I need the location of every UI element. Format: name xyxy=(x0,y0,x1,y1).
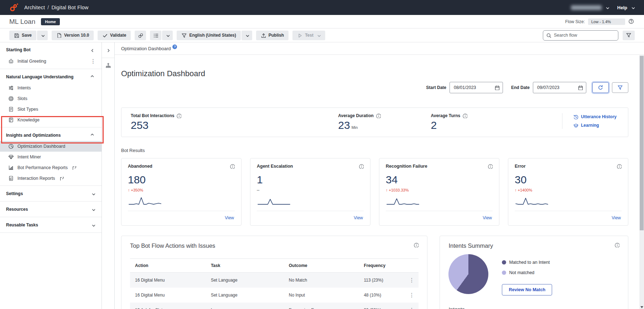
row-kebab-menu[interactable]: ⋮ xyxy=(407,292,416,298)
sidebar-item-intent-miner[interactable]: Intent Miner xyxy=(0,152,102,162)
ordered-list-dropdown-button[interactable] xyxy=(162,31,173,40)
kpi-value: 253 xyxy=(131,120,338,131)
save-dropdown-button[interactable] xyxy=(37,31,48,40)
card-error: Error 30 ↑+1400% View xyxy=(508,158,628,226)
row-kebab-menu[interactable]: ⋮ xyxy=(407,277,416,283)
sidebar-item-knowledge[interactable]: Knowledge xyxy=(0,115,102,125)
info-icon[interactable] xyxy=(414,242,419,247)
search-flow-input[interactable] xyxy=(543,30,618,41)
info-icon[interactable] xyxy=(176,113,181,118)
page-icon xyxy=(8,106,14,112)
vertical-scrollbar[interactable] xyxy=(639,54,644,309)
legend-item-not-matched: Not matched xyxy=(502,270,552,275)
start-date-input[interactable] xyxy=(453,85,485,90)
end-date-input[interactable] xyxy=(536,85,568,90)
pie-chart-icon xyxy=(8,143,14,149)
divider xyxy=(0,217,102,217)
chevron-left-icon[interactable] xyxy=(91,48,95,52)
kebab-menu-icon[interactable]: ⋮ xyxy=(90,58,96,64)
view-link[interactable]: View xyxy=(612,215,621,220)
section-starting-bot[interactable]: Starting Bot xyxy=(0,44,102,56)
sparkline-chart xyxy=(128,196,162,206)
language-selector[interactable]: English (United States) xyxy=(177,31,240,40)
expand-panel-button[interactable] xyxy=(105,47,111,54)
page-title: Optimization Dashboard xyxy=(121,69,628,78)
info-icon[interactable] xyxy=(488,164,493,169)
chevron-down-icon[interactable] xyxy=(605,5,609,10)
save-button[interactable]: Save xyxy=(9,31,36,40)
toolbar-filter-button[interactable] xyxy=(623,31,635,40)
flow-size-value: Low - 1.4% xyxy=(588,19,625,25)
sidebar-item-bot-performance-reports[interactable]: Bot Performance Reports xyxy=(0,162,102,173)
home-badge: Home xyxy=(41,18,60,25)
utterance-history-link[interactable]: Utterance History xyxy=(573,114,617,119)
calendar-icon[interactable] xyxy=(494,85,499,90)
view-link[interactable]: View xyxy=(483,215,492,220)
section-settings[interactable]: Settings xyxy=(0,188,102,199)
chevron-down-icon[interactable] xyxy=(91,223,95,227)
numbered-list-icon xyxy=(153,33,158,38)
calendar-icon[interactable] xyxy=(578,85,583,90)
kpi-average-turns: Average Turns 2 xyxy=(431,113,562,131)
test-button[interactable]: Test xyxy=(292,31,325,40)
sidebar-item-interaction-reports[interactable]: Interaction Reports xyxy=(0,173,102,184)
sidebar-item-intents[interactable]: Intents xyxy=(0,83,102,93)
chevron-down-icon[interactable] xyxy=(91,192,95,196)
publish-button[interactable]: Publish xyxy=(256,31,289,40)
info-icon[interactable] xyxy=(462,113,467,118)
dependencies-link-button[interactable] xyxy=(135,31,146,40)
chevron-up-icon[interactable] xyxy=(91,133,95,137)
info-icon[interactable] xyxy=(614,242,619,247)
panel-title: Intents Summary xyxy=(448,242,493,249)
start-date-field[interactable] xyxy=(450,82,503,93)
sidebar-item-slots[interactable]: Slots xyxy=(0,93,102,104)
sidebar-item-slot-types[interactable]: Slot Types xyxy=(0,104,102,115)
chevron-down-icon[interactable] xyxy=(91,207,95,211)
view-link[interactable]: View xyxy=(354,215,363,220)
info-icon[interactable] xyxy=(230,164,235,169)
table-row: 16 Digital Menu Set Language No Input 48… xyxy=(130,288,419,303)
row-kebab-menu[interactable]: ⋮ xyxy=(407,307,416,309)
section-reusable-tasks[interactable]: Reusable Tasks xyxy=(0,219,102,231)
app-top-bar: Architect/Digital Bot Flow Help xyxy=(0,0,644,15)
scrollbar-down-arrow[interactable] xyxy=(640,306,643,308)
funnel-icon xyxy=(617,85,623,90)
info-icon[interactable] xyxy=(617,164,622,169)
section-nlu[interactable]: Natural Language Understanding xyxy=(0,71,102,83)
view-link[interactable]: View xyxy=(225,215,234,220)
refresh-button[interactable] xyxy=(592,82,609,93)
info-icon[interactable] xyxy=(376,113,381,118)
help-menu[interactable]: Help xyxy=(617,5,627,10)
section-insights[interactable]: Insights and Optimizations xyxy=(0,129,102,141)
breadcrumb-help-icon[interactable]: ? xyxy=(172,44,177,49)
help-circle-icon[interactable] xyxy=(628,19,635,25)
card-abandoned: Abandoned 180 ↑+350% View xyxy=(121,158,242,226)
divider xyxy=(0,69,102,69)
info-icon[interactable] xyxy=(359,164,364,169)
panel-title: Top Bot Flow Actions with Issues xyxy=(130,242,215,249)
sidebar-item-initial-greeting[interactable]: Initial Greeting ⋮ xyxy=(0,56,102,67)
ordered-list-button[interactable] xyxy=(150,31,161,40)
scrollbar-thumb[interactable] xyxy=(640,56,644,230)
review-no-match-button[interactable]: Review No Match xyxy=(502,284,552,295)
sidebar-item-optimization-dashboard[interactable]: Optimization Dashboard xyxy=(0,141,102,152)
chevron-down-icon[interactable] xyxy=(630,5,635,10)
flow-structure-button[interactable] xyxy=(105,62,112,69)
bot-icon xyxy=(8,58,14,64)
sliders-icon xyxy=(8,85,14,91)
bar-chart-icon xyxy=(8,165,14,171)
end-date-field[interactable] xyxy=(533,82,586,93)
bot-results-cards: Abandoned 180 ↑+350% View Agent Escalati… xyxy=(121,158,628,226)
divider xyxy=(102,58,114,58)
learning-link[interactable]: Learning xyxy=(573,123,617,128)
validate-button[interactable]: Validate xyxy=(98,31,131,40)
version-button[interactable]: Version 10.0 xyxy=(52,31,94,40)
book-icon xyxy=(8,117,14,123)
section-resources[interactable]: Resources xyxy=(0,203,102,215)
user-menu-redacted[interactable] xyxy=(571,5,602,10)
chevron-up-icon[interactable] xyxy=(91,75,95,79)
search-icon xyxy=(546,33,551,38)
language-dropdown-button[interactable] xyxy=(242,31,252,40)
dashboard-filter-button[interactable] xyxy=(612,82,628,93)
genesys-logo-icon[interactable] xyxy=(9,3,19,12)
